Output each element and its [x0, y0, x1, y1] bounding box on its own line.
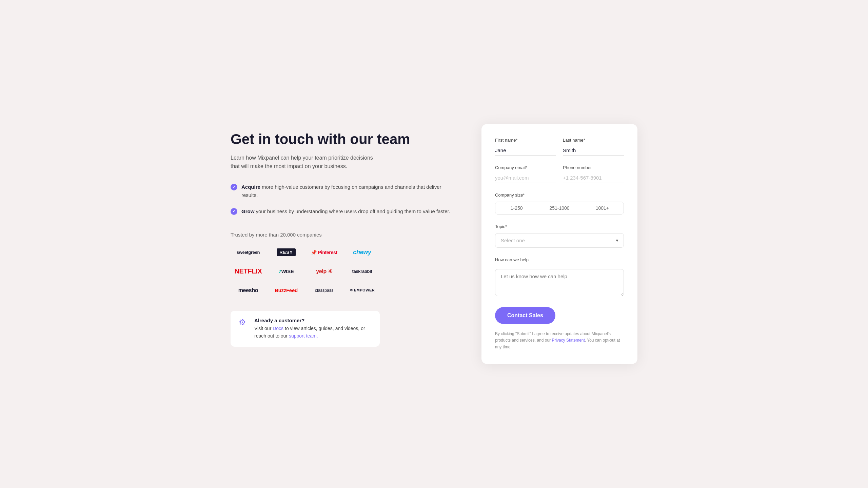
contact-form-panel: First name* Last name* Company email* Ph… — [481, 124, 637, 364]
logo-taskrabbit: taskrabbit — [344, 265, 380, 278]
support-link[interactable]: support team. — [289, 333, 318, 339]
email-label: Company email* — [495, 165, 556, 170]
first-name-label: First name* — [495, 138, 556, 143]
logo-buzzfeed: BuzzFeed — [269, 284, 304, 297]
logo-sweetgreen: sweetgreen — [231, 246, 266, 259]
logo-meesho: meesho — [231, 284, 266, 297]
last-name-group: Last name* — [563, 138, 624, 156]
email-group: Company email* — [495, 165, 556, 183]
check-icon-acquire — [231, 184, 237, 190]
contact-sales-button[interactable]: Contact Sales — [495, 307, 555, 324]
phone-input[interactable] — [563, 173, 624, 183]
logo-wise: 7WISE — [269, 265, 304, 278]
customer-title: Already a customer? — [254, 318, 372, 323]
logo-netflix: NETFLIX — [231, 265, 266, 278]
customer-content: Already a customer? Visit our Docs to vi… — [254, 318, 372, 340]
last-name-label: Last name* — [563, 138, 624, 143]
privacy-statement-link[interactable]: Privacy Statement — [552, 338, 585, 343]
topic-select-wrapper: Select one Sales Support Partnership Oth… — [495, 233, 624, 248]
size-option-small[interactable]: 1-250 — [495, 202, 538, 214]
logo-classpass: classpass — [307, 284, 342, 297]
check-icon-grow — [231, 208, 237, 215]
name-row: First name* Last name* — [495, 138, 624, 156]
page-subtitle: Learn how Mixpanel can help your team pr… — [231, 154, 373, 171]
topic-select[interactable]: Select one Sales Support Partnership Oth… — [495, 233, 624, 248]
feature-text-acquire: Acquire more high-value customers by foc… — [241, 183, 454, 199]
company-size-section: Company size* 1-250 251-1000 1001+ — [495, 192, 624, 215]
logo-yelp: yelp ✳ — [307, 265, 342, 278]
help-textarea[interactable] — [495, 269, 624, 296]
phone-group: Phone number — [563, 165, 624, 183]
phone-label: Phone number — [563, 165, 624, 170]
legal-text: By clicking "Submit" I agree to receive … — [495, 331, 624, 350]
help-section: How can we help — [495, 257, 624, 298]
feature-bold-grow: Grow — [241, 208, 254, 214]
trusted-section: Trusted by more than 20,000 companies sw… — [231, 232, 454, 297]
logo-chewy: chewy — [344, 246, 380, 259]
contact-row: Company email* Phone number — [495, 165, 624, 183]
size-option-large[interactable]: 1001+ — [581, 202, 624, 214]
left-panel: Get in touch with our team Learn how Mix… — [231, 124, 454, 346]
company-size-label: Company size* — [495, 192, 624, 198]
logo-pinterest: 📌 Pinterest — [307, 246, 342, 259]
features-list: Acquire more high-value customers by foc… — [231, 183, 454, 216]
customer-box: ⚙ Already a customer? Visit our Docs to … — [231, 311, 380, 347]
logo-resy: RESY — [269, 246, 304, 259]
last-name-input[interactable] — [563, 145, 624, 156]
topic-label: Topic* — [495, 224, 624, 229]
trusted-title: Trusted by more than 20,000 companies — [231, 232, 454, 238]
company-size-options: 1-250 251-1000 1001+ — [495, 202, 624, 215]
feature-item-acquire: Acquire more high-value customers by foc… — [231, 183, 454, 199]
feature-text-grow: Grow your business by understanding wher… — [241, 207, 450, 216]
help-label: How can we help — [495, 257, 624, 262]
page-title: Get in touch with our team — [231, 131, 454, 148]
customer-text: Visit our Docs to view articles, guides,… — [254, 325, 372, 340]
topic-section: Topic* Select one Sales Support Partners… — [495, 224, 624, 248]
logos-grid: sweetgreen RESY 📌 Pinterest chewy NETFLI… — [231, 246, 380, 297]
page-container: Get in touch with our team Learn how Mix… — [231, 124, 637, 364]
email-input[interactable] — [495, 173, 556, 183]
logo-empower: ≋ EMPOWER — [344, 284, 380, 297]
size-option-medium[interactable]: 251-1000 — [538, 202, 581, 214]
docs-link[interactable]: Docs — [273, 326, 283, 331]
customer-icon: ⚙ — [239, 318, 250, 328]
feature-item-grow: Grow your business by understanding wher… — [231, 207, 454, 216]
feature-bold-acquire: Acquire — [241, 184, 260, 190]
first-name-group: First name* — [495, 138, 556, 156]
first-name-input[interactable] — [495, 145, 556, 156]
